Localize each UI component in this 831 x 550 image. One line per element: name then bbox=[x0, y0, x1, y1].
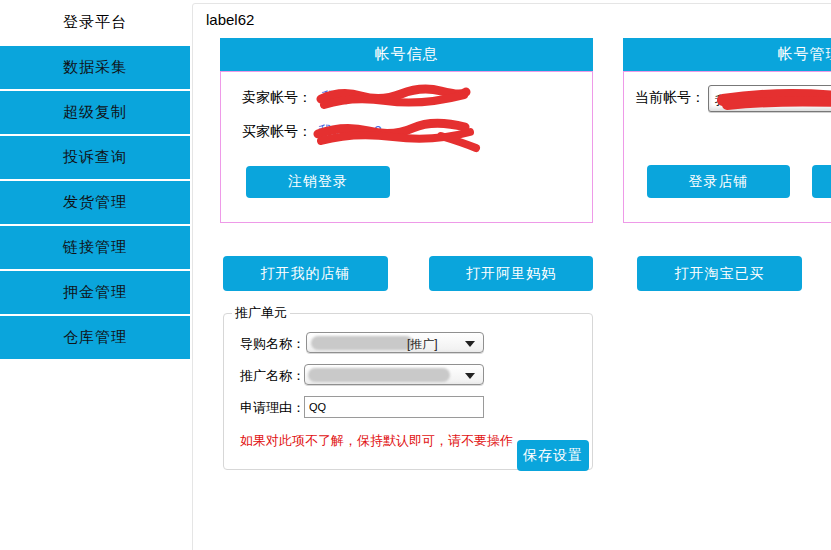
sidebar-item-data-collect[interactable]: 数据采集 bbox=[0, 46, 190, 89]
guide-name-label: 导购名称： bbox=[240, 335, 305, 353]
apply-reason-label: 申请理由： bbox=[240, 399, 305, 417]
seller-account-label: 卖家帐号： bbox=[242, 89, 312, 107]
open-my-shop-button[interactable]: 打开我的店铺 bbox=[223, 256, 388, 291]
current-account-combobox[interactable]: 我 bbox=[708, 85, 831, 112]
sidebar-item-links[interactable]: 链接管理 bbox=[0, 226, 190, 269]
account-info-header: 帐号信息 bbox=[220, 38, 593, 71]
sidebar-item-shipping[interactable]: 发货管理 bbox=[0, 181, 190, 224]
promo-name-label: 推广名称： bbox=[240, 367, 305, 385]
dropdown-arrow-icon bbox=[465, 373, 475, 379]
current-account-redaction-scribble bbox=[717, 89, 831, 111]
open-alimama-button[interactable]: 打开阿里妈妈 bbox=[429, 256, 593, 291]
current-account-value: 我 bbox=[715, 92, 728, 110]
sidebar-item-super-copy[interactable]: 超级复制 bbox=[0, 91, 190, 134]
clipped-right-button[interactable] bbox=[812, 165, 831, 198]
seller-account-value[interactable]: 我的…… bbox=[321, 89, 377, 107]
guide-name-visible-text: [推广] bbox=[407, 336, 438, 353]
promo-name-combobox[interactable] bbox=[304, 364, 484, 385]
open-taobao-bought-button[interactable]: 打开淘宝已买 bbox=[637, 256, 802, 291]
login-shop-button[interactable]: 登录店铺 bbox=[647, 165, 790, 198]
sidebar-item-warehouse[interactable]: 仓库管理 bbox=[0, 316, 190, 359]
buyer-account-label: 买家帐号： bbox=[242, 123, 312, 141]
dropdown-arrow-icon bbox=[465, 341, 475, 347]
main-content: label62 帐号信息 卖家帐号： 我的…… 买家帐号： 我的……2 注销登录… bbox=[192, 3, 831, 550]
account-manage-header: 帐号管理 bbox=[623, 38, 831, 71]
apply-reason-input[interactable] bbox=[304, 396, 484, 418]
sidebar-item-login-platform[interactable]: 登录平台 bbox=[0, 0, 190, 44]
buyer-account-value[interactable]: 我的……2 bbox=[318, 123, 382, 141]
page-title: label62 bbox=[206, 11, 254, 28]
warning-text: 如果对此项不了解，保持默认即可，请不要操作 bbox=[240, 432, 513, 450]
promo-unit-legend: 推广单元 bbox=[232, 304, 290, 322]
promo-name-redaction-blob bbox=[308, 368, 450, 382]
logout-button[interactable]: 注销登录 bbox=[246, 166, 390, 198]
guide-name-redaction-blob bbox=[311, 336, 413, 350]
guide-name-combobox[interactable]: [推广] bbox=[306, 332, 484, 353]
sidebar-item-deposit[interactable]: 押金管理 bbox=[0, 271, 190, 314]
sidebar-item-complaint[interactable]: 投诉查询 bbox=[0, 136, 190, 179]
account-info-panel: 卖家帐号： 我的…… 买家帐号： 我的……2 注销登录 bbox=[220, 71, 593, 223]
promo-unit-fieldset: 推广单元 导购名称： [推广] 推广名称： 申请理由： 如果对此项不了解，保持默… bbox=[223, 304, 593, 470]
account-manage-panel: 当前帐号： 我 登录店铺 bbox=[623, 71, 831, 223]
current-account-label: 当前帐号： bbox=[635, 89, 705, 107]
save-settings-button[interactable]: 保存设置 bbox=[517, 440, 589, 471]
sidebar: 登录平台 数据采集 超级复制 投诉查询 发货管理 链接管理 押金管理 仓库管理 bbox=[0, 0, 190, 361]
